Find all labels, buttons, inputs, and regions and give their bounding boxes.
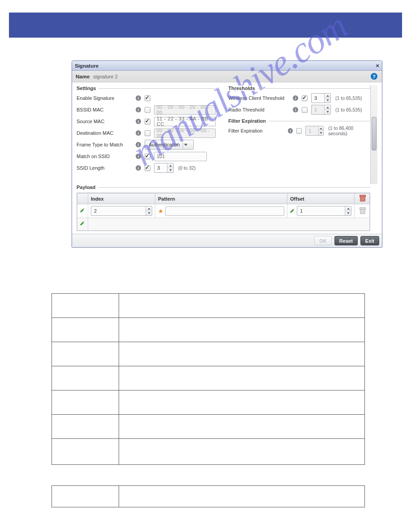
destination-mac-checkbox[interactable] [145,130,150,136]
source-mac-input[interactable]: 11 - 22 - 33 - AA - BB - CC [154,117,216,126]
wireless-client-stepper[interactable]: 3 [311,93,331,103]
filter-expiration-value: 1 [306,126,318,135]
signature-dialog: Signature × Name signature 2 ? Settings [72,60,382,248]
ssid-length-range: (0 to 32) [178,165,196,171]
filter-expiration-range: (1 to 86,400 seconds) [328,125,370,136]
destination-mac-input[interactable]: 00 - 00 - 00 - 00 - 00 - 00 [154,129,216,138]
radio-threshold-row: Radio Threshold i 1 (1 to 65,535) [228,104,370,115]
trash-icon [360,195,365,201]
destination-mac-row: Destination MAC i 00 - 00 - 00 - 00 - 00… [77,128,218,138]
reset-button[interactable]: Reset [334,236,358,245]
match-ssid-input[interactable]: 101 [154,152,207,161]
name-label: Name [76,74,90,79]
payload-index-value: 2 [91,206,146,215]
payload-th-pattern: Pattern [155,193,287,204]
info-icon[interactable]: i [136,95,141,101]
info-icon[interactable]: i [288,128,293,133]
radio-threshold-checkbox[interactable] [302,107,308,113]
payload-th-index: Index [88,193,155,204]
payload-offset-value: 1 [297,206,345,215]
frame-type-select[interactable]: Authentication [145,140,194,150]
payload-index-stepper[interactable]: 2 [91,206,152,216]
radio-threshold-label: Radio Threshold [228,107,291,112]
settings-heading: Settings [77,86,98,91]
info-icon[interactable]: i [136,165,141,171]
wireless-client-row: Wireless Client Threshold i 3 (1 to 65,5… [228,93,370,103]
radio-threshold-range: (1 to 65,535) [335,107,362,112]
match-ssid-checkbox[interactable] [145,154,150,159]
match-ssid-row: Match on SSID i 101 [77,151,218,162]
bssid-mac-checkbox[interactable] [145,107,150,113]
filter-expiration-heading: Filter Expiration [228,118,269,124]
thresholds-column: Thresholds Wireless Client Threshold i 3 [228,85,370,184]
ssid-length-checkbox[interactable] [145,165,150,171]
help-icon[interactable]: ? [371,73,377,80]
scrollbar-thumb[interactable] [372,117,377,150]
bssid-mac-label: BSSID MAC [77,107,134,112]
ssid-length-label: SSID Length [77,165,134,171]
radio-threshold-stepper[interactable]: 1 [311,105,331,115]
wireless-client-label: Wireless Client Threshold [228,95,291,101]
filter-expiration-row: Filter Expiration i 1 (1 to 86,400 secon… [228,125,370,136]
payload-th-offset: Offset [287,193,355,204]
frame-type-label: Frame Type to Match [77,142,134,147]
payload-table: Index Pattern Offset [77,193,370,231]
info-icon[interactable]: i [136,119,141,124]
dialog-footer: OK Reset Exit [72,234,382,247]
payload-row: 2 ★ [77,204,370,218]
ssid-length-stepper[interactable]: 3 [154,163,174,173]
info-icon[interactable]: i [136,107,141,112]
vertical-scrollbar[interactable] [370,85,377,184]
filter-expiration-stepper[interactable]: 1 [305,126,324,136]
payload-th-edit [77,193,88,204]
source-mac-label: Source MAC [77,119,134,124]
close-icon[interactable]: × [376,62,379,69]
dialog-title: Signature [75,63,98,69]
filter-expiration-label: Filter Expiration [228,128,286,133]
required-star-icon: ★ [158,208,163,215]
enable-signature-label: Enable Signature [77,95,134,101]
pencil-icon[interactable] [289,207,296,215]
enable-signature-checkbox[interactable] [145,95,150,101]
thresholds-heading: Thresholds [228,86,257,91]
wireless-client-range: (1 to 65,535) [335,95,362,101]
payload-row-delete[interactable] [355,204,370,218]
pencil-icon[interactable] [79,220,86,227]
payload-pattern-input[interactable] [165,206,284,216]
ok-button[interactable]: OK [314,236,332,245]
info-icon[interactable]: i [136,142,141,147]
name-value: signature 2 [93,74,117,79]
settings-column: Settings Enable Signature i BSSID MAC i [77,85,218,184]
source-mac-row: Source MAC i 11 - 22 - 33 - AA - BB - CC [77,116,218,127]
trash-icon [360,208,365,214]
bssid-mac-row: BSSID MAC i 00 - 00 - 00 - 00 - 00 - 00 [77,104,218,115]
description-tables [51,293,365,507]
document-top-banner [9,13,402,38]
match-ssid-label: Match on SSID [77,154,134,159]
payload-row-edit[interactable] [77,204,88,218]
destination-mac-label: Destination MAC [77,130,134,136]
enable-signature-row: Enable Signature i [77,93,218,103]
signature-dialog-screenshot: Signature × Name signature 2 ? Settings [72,60,382,248]
info-icon[interactable]: i [136,154,141,159]
radio-threshold-value: 1 [312,105,324,114]
payload-heading: Payload [77,184,98,190]
payload-th-delete [355,193,370,204]
description-table-1 [51,293,365,465]
chevron-down-icon [183,140,189,149]
frame-type-value: Authentication [149,142,180,147]
exit-button[interactable]: Exit [360,236,379,245]
wireless-client-value: 3 [312,94,324,103]
bssid-mac-input[interactable]: 00 - 00 - 00 - 00 - 00 - 00 [154,105,216,115]
payload-offset-stepper[interactable]: 1 [297,206,351,216]
info-icon[interactable]: i [293,95,298,101]
dialog-titlebar: Signature × [72,61,382,71]
filter-expiration-checkbox[interactable] [296,128,302,134]
payload-empty-row [77,218,370,231]
info-icon[interactable]: i [293,107,298,112]
info-icon[interactable]: i [136,130,141,136]
source-mac-checkbox[interactable] [145,119,150,124]
description-table-2 [51,485,365,507]
wireless-client-checkbox[interactable] [302,95,308,101]
dialog-body: Settings Enable Signature i BSSID MAC i [72,82,382,184]
